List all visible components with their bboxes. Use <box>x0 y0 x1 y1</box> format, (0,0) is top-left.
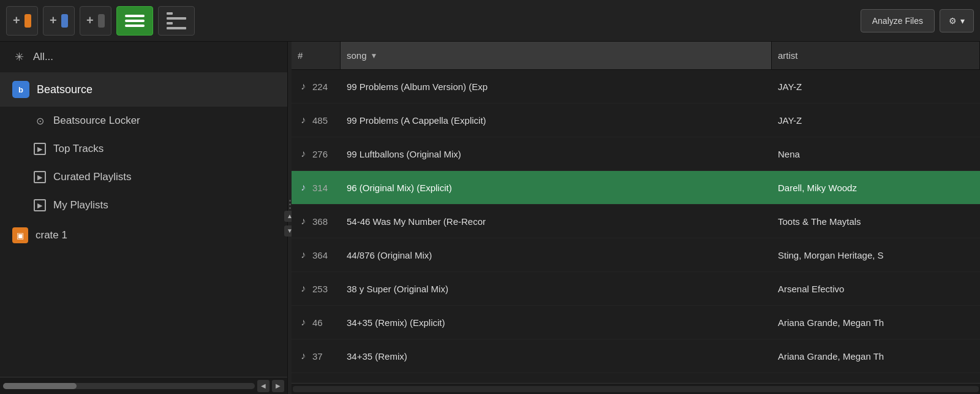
track-cell-num: ♪ 253 <box>292 272 341 305</box>
plus-icon-2: + <box>50 13 57 28</box>
beat-indicator-icon: ♪ <box>298 283 309 294</box>
layout-list-button[interactable] <box>158 6 195 36</box>
track-num-value: 37 <box>312 351 323 362</box>
beat-indicator-icon: ♪ <box>298 350 309 362</box>
sidebar-item-beatsource-locker[interactable]: ⊙ Beatsource Locker <box>0 107 287 135</box>
beatsource-icon: b <box>12 81 29 98</box>
table-row[interactable]: ♪ 364 44/876 (Original Mix) Sting, Morga… <box>292 238 980 272</box>
track-cell-num: ♪ 46 <box>292 306 341 339</box>
layout-grid-button[interactable] <box>116 6 153 36</box>
track-num-value: 364 <box>312 250 328 260</box>
track-cell-song: 99 Problems (Album Version) (Exp <box>341 70 772 103</box>
track-cell-song: 99 Luftballons (Original Mix) <box>341 137 772 170</box>
sidebar-item-crate1[interactable]: ▣ crate 1 <box>0 219 287 251</box>
track-cell-artist: Ariana Grande, Megan Th <box>772 339 980 373</box>
table-row[interactable]: ♪ 37 34+35 (Remix) Ariana Grande, Megan … <box>292 339 980 373</box>
sidebar-item-my-playlists-label: My Playlists <box>53 199 108 211</box>
track-artist-value: Arsenal Efectivo <box>778 284 844 294</box>
track-num-value: 253 <box>312 284 328 294</box>
track-cell-num: ♪ 485 <box>292 104 341 137</box>
table-row[interactable]: ♪ 224 99 Problems (Album Version) (Exp J… <box>292 70 980 104</box>
track-num-value: 485 <box>312 115 328 126</box>
sidebar-item-top-tracks[interactable]: ▶ Top Tracks <box>0 135 287 163</box>
analyze-files-button[interactable]: Analyze Files <box>861 9 935 32</box>
th-song[interactable]: song ▼ <box>341 42 772 69</box>
track-song-value: 34+35 (Remix) (Explicit) <box>347 317 445 328</box>
track-cell-artist: Nena <box>772 137 980 170</box>
table-row[interactable]: ♪ 368 54-46 Was My Number (Re-Recor Toot… <box>292 205 980 238</box>
curated-playlists-icon: ▶ <box>34 171 46 183</box>
crate-box-glyph: ▣ <box>17 231 24 240</box>
th-artist-label: artist <box>778 50 798 61</box>
sidebar-scroll-right[interactable]: ▶ <box>272 380 284 392</box>
sidebar-items: ✳ All... b Beatsource ⊙ Beatsource Locke… <box>0 42 287 377</box>
resize-dot-3 <box>289 207 291 209</box>
beat-indicator-icon: ♪ <box>298 182 309 193</box>
track-cell-num: ♪ 314 <box>292 171 341 204</box>
track-cell-song: 54-46 Was My Number (Re-Recor <box>341 205 772 238</box>
sidebar-item-locker-label: Beatsource Locker <box>53 115 140 127</box>
track-cell-artist: Toots & The Maytals <box>772 205 980 238</box>
track-cell-song: 38 y Super (Original Mix) <box>341 272 772 305</box>
track-artist-value: Toots & The Maytals <box>778 216 861 227</box>
sidebar-scroll-track[interactable] <box>3 383 255 389</box>
sidebar-item-my-playlists[interactable]: ▶ My Playlists <box>0 191 287 219</box>
th-artist: artist <box>772 42 980 69</box>
th-num-label: # <box>298 50 303 61</box>
table-row[interactable]: ♪ 485 99 Problems (A Cappella (Explicit)… <box>292 104 980 137</box>
track-artist-value: Darell, Miky Woodz <box>778 183 857 193</box>
track-table: # song ▼ artist ♪ 224 99 Problems (Album… <box>292 42 980 383</box>
track-cell-num: ♪ 276 <box>292 137 341 170</box>
table-row[interactable]: ♪ 46 34+35 (Remix) (Explicit) Ariana Gra… <box>292 306 980 339</box>
sidebar-scroll-left[interactable]: ◀ <box>257 380 270 392</box>
track-artist-value: Ariana Grande, Megan Th <box>778 351 884 362</box>
track-song-value: 38 y Super (Original Mix) <box>347 284 448 294</box>
track-cell-artist: Sting, Morgan Heritage, S <box>772 238 980 271</box>
grid-lines-icon <box>125 15 145 27</box>
track-song-value: 99 Problems (Album Version) (Exp <box>347 81 488 92</box>
table-row[interactable]: ♪ 276 99 Luftballons (Original Mix) Nena <box>292 137 980 171</box>
song-sort-dropdown[interactable]: ▼ <box>371 51 378 60</box>
table-row[interactable]: ♪ 314 96 (Original Mix) (Explicit) Darel… <box>292 171 980 205</box>
track-artist-value: JAY-Z <box>778 81 802 92</box>
sidebar-item-beatsource-label: Beatsource <box>37 83 92 96</box>
track-cell-artist: Ariana Grande, Megan Th <box>772 306 980 339</box>
crate-cube-icon <box>24 14 31 28</box>
track-artist-value: Sting, Morgan Heritage, S <box>778 250 884 260</box>
track-cell-num: ♪ 364 <box>292 238 341 271</box>
settings-dropdown-arrow: ▾ <box>960 16 965 26</box>
table-row[interactable]: ♪ 253 38 y Super (Original Mix) Arsenal … <box>292 272 980 306</box>
track-artist-value: Nena <box>778 149 800 159</box>
crate-orange-icon: ▣ <box>12 227 28 243</box>
th-number: # <box>292 42 341 69</box>
sidebar-item-all-label: All... <box>33 51 53 63</box>
track-cell-song: 34+35 (Remix) (Explicit) <box>341 306 772 339</box>
sidebar-item-all[interactable]: ✳ All... <box>0 42 287 72</box>
track-table-header: # song ▼ artist <box>292 42 980 70</box>
add-source-button[interactable]: + <box>43 6 75 36</box>
resize-dot-2 <box>289 203 291 205</box>
sidebar-item-curated-playlists[interactable]: ▶ Curated Playlists <box>0 163 287 191</box>
main-content: ✳ All... b Beatsource ⊙ Beatsource Locke… <box>0 42 980 394</box>
sidebar: ✳ All... b Beatsource ⊙ Beatsource Locke… <box>0 42 288 394</box>
sidebar-item-beatsource[interactable]: b Beatsource <box>0 72 287 107</box>
track-area: # song ▼ artist ♪ 224 99 Problems (Album… <box>292 42 980 394</box>
add-playlist-button[interactable]: + <box>80 6 111 36</box>
track-cell-song: 34+35 (Remix) <box>341 339 772 373</box>
top-tracks-icon: ▶ <box>34 143 46 155</box>
beat-indicator-icon: ♪ <box>298 148 309 159</box>
track-cell-artist: JAY-Z <box>772 70 980 103</box>
beat-indicator-icon: ♪ <box>298 115 309 126</box>
track-cell-artist: JAY-Z <box>772 104 980 137</box>
track-cell-artist: Darell, Miky Woodz <box>772 171 980 204</box>
toolbar: + + + Analyze Files ⚙ ▾ <box>0 0 980 42</box>
track-num-value: 314 <box>312 183 328 193</box>
add-crate-button[interactable]: + <box>6 6 38 36</box>
gear-icon: ⚙ <box>949 16 957 26</box>
settings-button[interactable]: ⚙ ▾ <box>940 9 974 32</box>
sidebar-scrollbar: ◀ ▶ <box>0 377 287 394</box>
locker-icon: ⊙ <box>34 115 46 127</box>
sidebar-scroll-thumb[interactable] <box>3 383 77 389</box>
source-db-icon <box>61 14 68 28</box>
track-scroll-track[interactable] <box>293 386 979 392</box>
